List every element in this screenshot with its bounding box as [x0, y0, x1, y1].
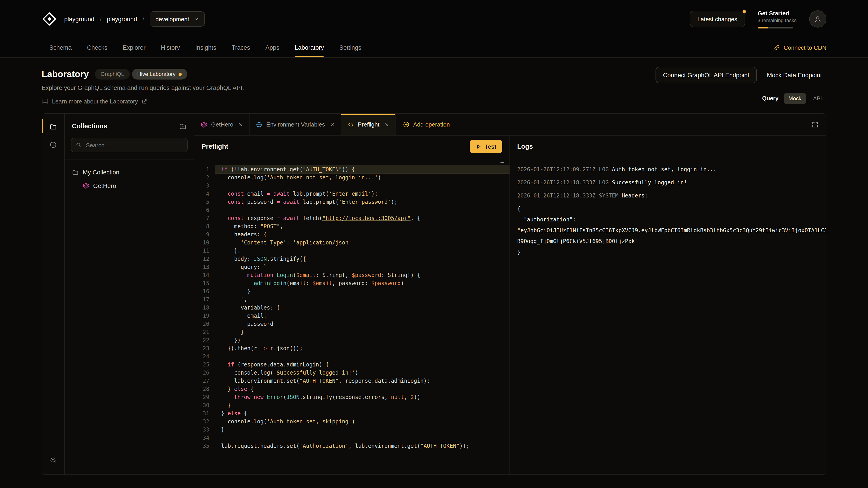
line-number: 26: [194, 369, 209, 377]
mode-pill-graphiql[interactable]: GraphiQL: [95, 69, 129, 79]
code-line[interactable]: if (!lab.environment.get("AUTH_TOKEN")) …: [215, 165, 509, 173]
fullscreen-button[interactable]: [811, 121, 819, 128]
line-number: 15: [194, 279, 209, 287]
test-button[interactable]: Test: [470, 140, 502, 153]
code-line[interactable]: } else {: [215, 385, 509, 393]
book-icon: [41, 98, 49, 105]
laboratory-actions: Connect GraphQL API Endpoint Mock Data E…: [655, 67, 827, 104]
latest-changes-button[interactable]: Latest changes: [690, 11, 745, 27]
code-line[interactable]: password: [215, 320, 509, 328]
code-line[interactable]: mutation Login($email: String!, $passwor…: [215, 271, 509, 279]
log-output: 2026-01-26T12:12:09.271Z LOG Auth token …: [510, 157, 826, 475]
query-label: Query: [762, 95, 778, 102]
learn-more-link[interactable]: Learn more about the Laboratory: [41, 98, 147, 105]
code-line[interactable]: } else {: [215, 410, 509, 418]
code-line[interactable]: [215, 434, 509, 442]
get-started-subtitle: 3 remaining tasks: [758, 18, 797, 24]
header-actions: Latest changes Get Started 3 remaining t…: [690, 10, 827, 28]
add-operation-button[interactable]: Add operation: [396, 114, 457, 135]
code-line[interactable]: console.log('Successfully logged in!'): [215, 369, 509, 377]
new-collection-button[interactable]: [179, 122, 187, 130]
search-input[interactable]: [71, 138, 188, 152]
code-line[interactable]: query: `: [215, 263, 509, 271]
mode-pill-hive-laboratory[interactable]: Hive Laboratory: [132, 69, 187, 79]
line-number: 10: [194, 238, 209, 247]
breadcrumb-org[interactable]: playground: [64, 15, 94, 22]
code-line[interactable]: const response = await fetch("http://loc…: [215, 214, 509, 222]
folder-plus-icon: [179, 122, 187, 130]
nav-tab-laboratory[interactable]: Laboratory: [295, 38, 324, 57]
settings-rail-button[interactable]: [44, 451, 62, 469]
query-mode-api[interactable]: API: [809, 93, 827, 104]
nav-tab-insights[interactable]: Insights: [195, 38, 216, 57]
code-line[interactable]: email,: [215, 312, 509, 320]
nav-tab-settings[interactable]: Settings: [339, 38, 362, 57]
code-lines[interactable]: if (!lab.environment.get("AUTH_TOKEN")) …: [215, 165, 509, 475]
user-avatar[interactable]: [809, 10, 827, 28]
connect-cdn-link[interactable]: Connect to CDN: [774, 38, 827, 57]
workspace-tab-environment-variables[interactable]: Environment Variables×: [250, 114, 341, 135]
collections-title: Collections: [72, 123, 107, 130]
code-line[interactable]: [215, 182, 509, 190]
code-line[interactable]: }: [215, 287, 509, 295]
code-line[interactable]: body: JSON.stringify({: [215, 255, 509, 263]
collection-operation-gethero[interactable]: GetHero: [68, 179, 190, 193]
code-line[interactable]: }: [215, 328, 509, 336]
code-editor[interactable]: 1234567891011121314151617181920212223242…: [194, 157, 509, 475]
code-line[interactable]: },: [215, 247, 509, 255]
target-select-value: development: [156, 15, 189, 22]
collection-folder[interactable]: My Collection: [68, 165, 190, 179]
close-tab-icon[interactable]: ×: [385, 121, 389, 128]
code-line[interactable]: 'Content-Type': 'application/json': [215, 238, 509, 247]
line-number: 18: [194, 304, 209, 312]
workspace-tab-preflight[interactable]: Preflight×: [341, 114, 396, 135]
nav-tab-history[interactable]: History: [161, 38, 180, 57]
code-line[interactable]: console.log('Auth token set, skipping'): [215, 418, 509, 426]
query-mode-mock[interactable]: Mock: [784, 93, 806, 104]
log-entry: 2026-01-26T12:12:18.333Z SYSTEM Headers:: [517, 190, 819, 201]
line-number: 32: [194, 418, 209, 426]
line-number: 14: [194, 271, 209, 279]
code-line[interactable]: }: [215, 401, 509, 410]
workspace-tab-gethero[interactable]: GetHero×: [194, 114, 250, 135]
nav-tab-traces[interactable]: Traces: [232, 38, 250, 57]
code-line[interactable]: adminLogin(email: $email, password: $pas…: [215, 279, 509, 287]
collapse-panel-handle[interactable]: —: [500, 158, 504, 166]
log-payload-line: "authorization":: [517, 214, 819, 225]
line-number: 13: [194, 263, 209, 271]
collections-rail-button[interactable]: [44, 118, 62, 135]
code-line[interactable]: lab.environment.set("AUTH_TOKEN", respon…: [215, 377, 509, 385]
mode-pill-label: GraphiQL: [101, 71, 124, 77]
code-line[interactable]: const email = await lab.prompt('Enter em…: [215, 190, 509, 198]
code-line[interactable]: }): [215, 336, 509, 344]
code-line[interactable]: if (response.data.adminLogin) {: [215, 361, 509, 369]
nav-tab-explorer[interactable]: Explorer: [123, 38, 146, 57]
code-line[interactable]: const password = await lab.prompt('Enter…: [215, 198, 509, 206]
history-rail-button[interactable]: [44, 135, 62, 154]
code-line[interactable]: lab.request.headers.set('Authorization',…: [215, 442, 509, 450]
nav-tab-checks[interactable]: Checks: [87, 38, 107, 57]
code-line[interactable]: [215, 352, 509, 361]
close-tab-icon[interactable]: ×: [239, 121, 243, 128]
code-line[interactable]: method: "POST",: [215, 222, 509, 230]
target-select[interactable]: development: [150, 11, 205, 27]
search-icon: [75, 142, 82, 148]
nav-tab-schema[interactable]: Schema: [49, 38, 72, 57]
mock-endpoint-button[interactable]: Mock Data Endpoint: [763, 67, 827, 83]
code-line[interactable]: `,: [215, 295, 509, 304]
line-number: 30: [194, 401, 209, 410]
code-line[interactable]: headers: {: [215, 230, 509, 238]
connect-endpoint-button[interactable]: Connect GraphQL API Endpoint: [655, 67, 757, 83]
code-line[interactable]: [215, 206, 509, 214]
code-line[interactable]: throw new Error(JSON.stringify(response.…: [215, 393, 509, 401]
nav-tab-apps[interactable]: Apps: [266, 38, 279, 57]
get-started-widget[interactable]: Get Started 3 remaining tasks: [758, 10, 797, 28]
code-line[interactable]: }: [215, 426, 509, 434]
close-tab-icon[interactable]: ×: [330, 121, 334, 128]
breadcrumb-project[interactable]: playground: [107, 15, 137, 22]
top-header: playground / playground / development La…: [0, 0, 868, 38]
code-line[interactable]: variables: {: [215, 304, 509, 312]
hive-logo[interactable]: [41, 11, 57, 27]
code-line[interactable]: console.log('Auth token not set, loggin …: [215, 173, 509, 182]
code-line[interactable]: }).then(r => r.json());: [215, 344, 509, 352]
